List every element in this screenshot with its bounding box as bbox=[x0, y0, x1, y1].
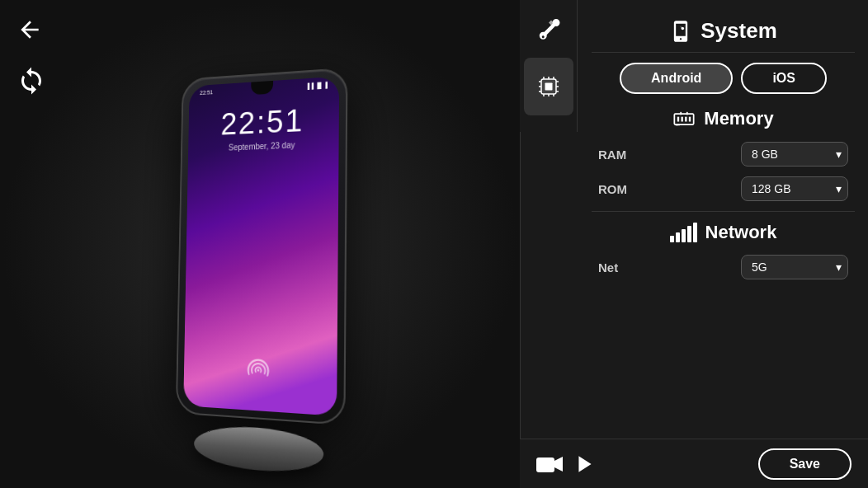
svg-point-0 bbox=[257, 369, 260, 372]
phone-mockup: 22:51 ▐▐ ▐▌▐ 22:51 September, 23 day bbox=[176, 68, 348, 425]
svg-rect-22 bbox=[686, 112, 688, 115]
svg-rect-18 bbox=[682, 117, 683, 122]
rom-select-wrapper: 32 GB 64 GB 128 GB 256 GB 512 GB bbox=[741, 176, 848, 201]
svg-text:GB: GB bbox=[676, 124, 681, 127]
net-select-wrapper: 3G 4G 5G WiFi bbox=[741, 255, 848, 279]
network-title: Network bbox=[705, 222, 777, 243]
fingerprint-icon bbox=[243, 354, 273, 386]
camera-icon[interactable] bbox=[536, 453, 563, 476]
network-icon bbox=[670, 223, 697, 242]
svg-point-15 bbox=[682, 26, 685, 30]
svg-rect-16 bbox=[675, 114, 694, 124]
phone-stand bbox=[194, 423, 324, 476]
section-divider bbox=[592, 211, 855, 212]
phone-notch bbox=[251, 81, 273, 95]
svg-rect-20 bbox=[689, 117, 691, 122]
play-icon[interactable] bbox=[574, 453, 596, 475]
sidebar-icon-chip[interactable] bbox=[524, 58, 573, 115]
svg-marker-25 bbox=[554, 457, 563, 472]
rom-label: ROM bbox=[598, 182, 627, 196]
right-content: System Android iOS GB Memory bbox=[578, 0, 868, 488]
memory-section-header: GB Memory bbox=[592, 107, 855, 130]
ram-select[interactable]: 2 GB 4 GB 6 GB 8 GB 12 GB 16 GB bbox=[741, 142, 848, 167]
svg-rect-24 bbox=[536, 458, 554, 472]
ios-tab[interactable]: iOS bbox=[741, 63, 827, 94]
svg-rect-21 bbox=[681, 112, 682, 115]
status-icons: ▐▐ ▐▌▐ bbox=[305, 82, 328, 90]
left-panel: 22:51 ▐▐ ▐▌▐ 22:51 September, 23 day bbox=[0, 0, 520, 488]
svg-rect-17 bbox=[677, 117, 679, 122]
sidebar bbox=[520, 0, 578, 132]
net-select[interactable]: 3G 4G 5G WiFi bbox=[741, 255, 848, 279]
rotate-button[interactable] bbox=[17, 66, 46, 99]
ram-label: RAM bbox=[598, 148, 626, 162]
save-button[interactable]: Save bbox=[758, 448, 851, 480]
os-tabs: Android iOS bbox=[592, 63, 855, 94]
system-header: System bbox=[592, 8, 855, 53]
android-tab[interactable]: Android bbox=[620, 63, 733, 94]
network-section-header: Network bbox=[592, 222, 855, 243]
svg-rect-2 bbox=[545, 83, 552, 91]
phone-screen: 22:51 ▐▐ ▐▌▐ 22:51 September, 23 day bbox=[183, 77, 339, 416]
net-label: Net bbox=[598, 260, 618, 274]
ram-select-wrapper: 2 GB 4 GB 6 GB 8 GB 12 GB 16 GB bbox=[741, 142, 848, 167]
rom-select[interactable]: 32 GB 64 GB 128 GB 256 GB 512 GB bbox=[741, 176, 848, 201]
phone-time-display: 22:51 September, 23 day bbox=[188, 101, 339, 154]
phone-frame: 22:51 ▐▐ ▐▌▐ 22:51 September, 23 day bbox=[176, 68, 348, 425]
system-icon bbox=[669, 20, 692, 43]
svg-marker-26 bbox=[578, 456, 591, 472]
phone-clock: 22:51 bbox=[188, 101, 339, 143]
page-title: System bbox=[701, 18, 777, 44]
bottom-icons bbox=[536, 453, 596, 476]
bottom-bar: Save bbox=[520, 439, 868, 488]
status-time: 22:51 bbox=[200, 89, 213, 96]
rom-row: ROM 32 GB 64 GB 128 GB 256 GB 512 GB bbox=[592, 176, 855, 201]
svg-rect-19 bbox=[685, 117, 686, 122]
ram-row: RAM 2 GB 4 GB 6 GB 8 GB 12 GB 16 GB bbox=[592, 142, 855, 167]
sidebar-icon-tool[interactable] bbox=[524, 0, 573, 58]
back-button[interactable] bbox=[17, 16, 43, 46]
memory-title: Memory bbox=[704, 108, 773, 129]
net-row: Net 3G 4G 5G WiFi bbox=[592, 255, 855, 279]
memory-icon: GB bbox=[672, 107, 696, 130]
